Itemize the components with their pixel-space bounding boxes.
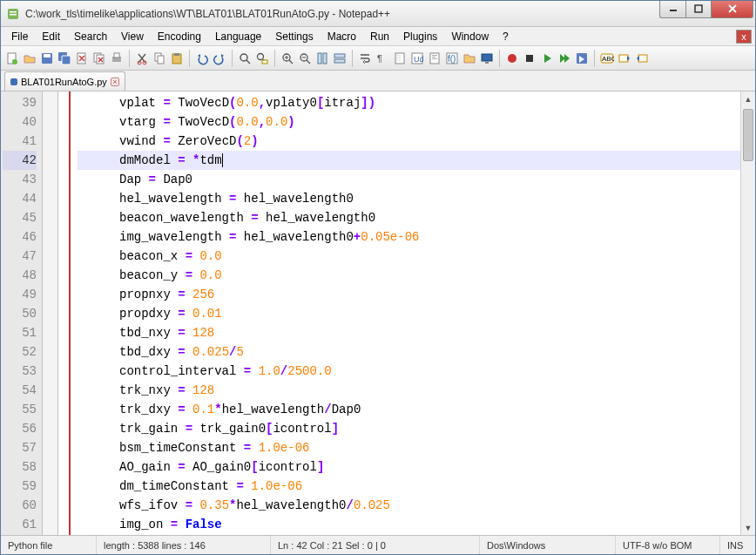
find-icon[interactable] — [237, 51, 253, 66]
toolbar-sep — [274, 50, 275, 67]
cut-icon[interactable] — [134, 51, 150, 66]
menu-search[interactable]: Search — [67, 29, 114, 44]
svg-rect-29 — [334, 54, 345, 58]
svg-rect-4 — [695, 5, 702, 12]
window-title: C:\work_tls\timelike\applications\WT\BLA… — [25, 8, 659, 20]
menu-encoding[interactable]: Encoding — [151, 29, 208, 44]
func-list-icon[interactable]: f() — [444, 51, 460, 66]
toolbar-sep — [232, 50, 233, 67]
paste-icon[interactable] — [169, 51, 185, 66]
show-chars-icon[interactable]: ¶ — [375, 51, 390, 66]
menu-settings[interactable]: Settings — [268, 29, 320, 44]
svg-rect-2 — [10, 14, 17, 16]
spellcheck-icon[interactable]: ABC — [599, 51, 615, 66]
toolbar-sep — [499, 50, 500, 67]
spellcheck-next-icon[interactable] — [634, 51, 650, 66]
maximize-button[interactable] — [685, 1, 712, 18]
print-icon[interactable] — [109, 51, 125, 66]
svg-point-6 — [12, 59, 17, 64]
svg-rect-44 — [526, 55, 533, 62]
play-multi-icon[interactable] — [557, 51, 572, 66]
svg-rect-3 — [670, 10, 677, 11]
copy-icon[interactable] — [152, 51, 167, 66]
svg-rect-10 — [62, 56, 71, 64]
svg-text:f(): f() — [448, 54, 456, 64]
minimize-button[interactable] — [659, 1, 685, 18]
svg-rect-38 — [432, 58, 437, 59]
zoom-out-icon[interactable] — [297, 51, 313, 66]
menu-language[interactable]: Language — [208, 29, 268, 44]
svg-rect-42 — [485, 62, 489, 64]
record-icon[interactable] — [504, 51, 520, 66]
svg-text:¶: ¶ — [377, 53, 382, 64]
save-all-icon[interactable] — [57, 51, 72, 66]
svg-rect-19 — [158, 56, 164, 64]
open-file-icon[interactable] — [22, 51, 37, 66]
menu-view[interactable]: View — [114, 29, 151, 44]
doc-map-icon[interactable] — [427, 51, 442, 66]
save-macro-icon[interactable] — [574, 51, 590, 66]
status-length: length : 5388 lines : 146 — [97, 536, 271, 554]
svg-text:ABC: ABC — [602, 55, 614, 63]
redo-icon[interactable] — [212, 51, 227, 66]
menu-macro[interactable]: Macro — [321, 29, 363, 44]
window-controls — [659, 1, 753, 20]
scroll-thumb[interactable] — [743, 109, 753, 161]
menu-plugins[interactable]: Plugins — [396, 29, 444, 44]
svg-point-23 — [258, 53, 264, 59]
toolbar-sep — [129, 50, 130, 67]
wordwrap-icon[interactable] — [357, 51, 373, 66]
monitor-icon[interactable] — [479, 51, 495, 66]
sync-v-icon[interactable] — [314, 51, 330, 66]
svg-rect-1 — [10, 11, 17, 13]
svg-rect-41 — [482, 54, 492, 61]
replace-icon[interactable] — [254, 51, 270, 66]
svg-rect-48 — [619, 55, 628, 62]
scroll-down-icon[interactable]: ▼ — [741, 520, 755, 535]
statusbar: Python file length : 5388 lines : 146 Ln… — [1, 535, 755, 554]
toolbar-sep — [594, 50, 595, 67]
editor: 3940414243444546474849505152535455565758… — [1, 91, 755, 535]
svg-rect-24 — [262, 60, 267, 64]
svg-rect-49 — [638, 55, 647, 62]
svg-point-22 — [240, 54, 247, 61]
stop-icon[interactable] — [522, 51, 537, 66]
play-icon[interactable] — [539, 51, 555, 66]
tab-close-icon[interactable]: × — [111, 78, 119, 86]
menubar: File Edit Search View Encoding Language … — [1, 27, 755, 46]
svg-rect-36 — [432, 55, 437, 56]
zoom-in-icon[interactable] — [280, 51, 295, 66]
close-all-icon[interactable] — [91, 51, 107, 66]
line-number-gutter[interactable]: 3940414243444546474849505152535455565758… — [1, 91, 43, 535]
status-filetype: Python file — [1, 536, 97, 554]
menu-run[interactable]: Run — [363, 29, 396, 44]
menu-edit[interactable]: Edit — [35, 29, 67, 44]
mdi-close-button[interactable]: x — [736, 30, 752, 44]
save-icon[interactable] — [39, 51, 55, 66]
close-button[interactable] — [712, 1, 753, 18]
app-window: C:\work_tls\timelike\applications\WT\BLA… — [0, 0, 756, 555]
code-area[interactable]: vplat = TwoVecD(0.0,vplaty0[itraj])vtarg… — [71, 91, 740, 535]
new-file-icon[interactable] — [4, 51, 20, 66]
scroll-up-icon[interactable]: ▲ — [741, 91, 755, 106]
menu-help[interactable]: ? — [496, 29, 516, 44]
tab-label: BLAT01RunAtoG.py — [21, 77, 107, 87]
menu-file[interactable]: File — [4, 29, 35, 44]
undo-icon[interactable] — [194, 51, 210, 66]
status-mode: INS — [720, 536, 755, 554]
vertical-scrollbar[interactable]: ▲ ▼ — [740, 91, 755, 535]
tab-active[interactable]: BLAT01RunAtoG.py × — [4, 71, 125, 91]
marker-margin[interactable] — [43, 91, 58, 535]
status-eol: Dos\Windows — [480, 536, 616, 554]
user-lang-icon[interactable]: Ud — [409, 51, 425, 66]
fold-margin[interactable] — [58, 91, 71, 535]
indent-guide-icon[interactable] — [392, 51, 408, 66]
folder-tree-icon[interactable] — [462, 51, 477, 66]
menu-window[interactable]: Window — [444, 29, 496, 44]
svg-rect-21 — [174, 53, 179, 56]
sync-h-icon[interactable] — [332, 51, 348, 66]
toolbar-sep — [189, 50, 190, 67]
spellcheck-prev-icon[interactable] — [617, 51, 632, 66]
close-file-icon[interactable] — [74, 51, 90, 66]
svg-rect-30 — [334, 59, 345, 63]
